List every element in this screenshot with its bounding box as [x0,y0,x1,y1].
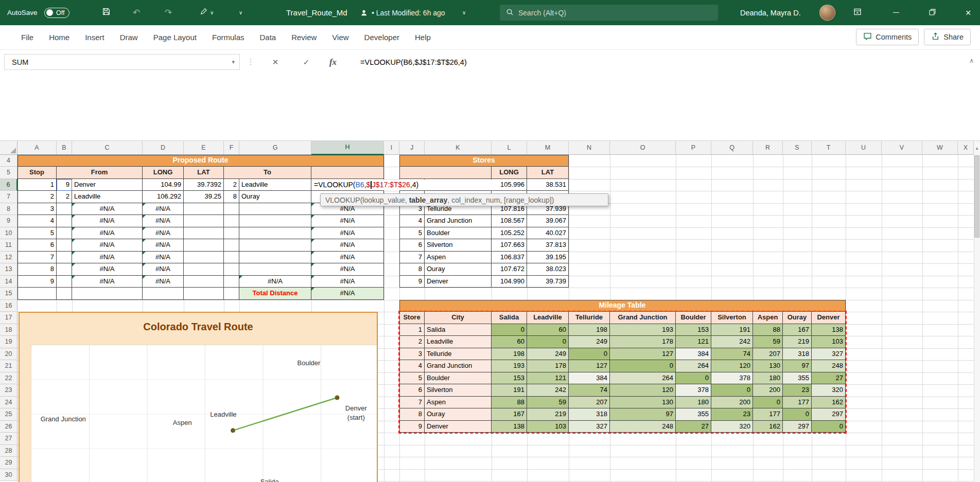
row-header-27[interactable]: 27 [0,433,18,445]
cell-R20[interactable]: 207 [753,348,783,361]
cell-N17[interactable]: Telluride [569,312,610,324]
cell-D6[interactable]: 104.99 [143,179,184,191]
col-header-V[interactable]: V [882,141,922,155]
tab-home[interactable]: Home [41,25,77,49]
row-header-25[interactable]: 25 [0,408,18,421]
row-header-26[interactable]: 26 [0,421,18,433]
cell-S25[interactable]: 0 [783,408,812,421]
cell-H11[interactable]: #N/A [311,239,384,252]
cell-M22[interactable]: 121 [527,372,569,385]
cell-N19[interactable]: 249 [569,336,610,348]
cell-F7[interactable]: 8 [224,191,239,203]
cell-G9[interactable] [239,215,311,227]
row-header-30[interactable]: 30 [0,469,18,481]
scroll-up-icon[interactable]: ▴ [974,141,980,154]
col-header-F[interactable]: F [224,141,239,155]
cell-A6[interactable]: 1 [18,179,57,191]
insert-function-button[interactable]: fx [324,54,342,70]
restore-button[interactable] [920,0,944,25]
cell-F6[interactable]: 2 [224,179,239,191]
cell-L13[interactable]: 107.672 [492,263,527,276]
cell-K20[interactable]: Telluride [425,348,492,361]
cell-D15[interactable] [143,288,184,300]
cell-T17[interactable]: Denver [812,312,846,324]
col-header-N[interactable]: N [569,141,610,155]
col-header-P[interactable]: P [676,141,711,155]
name-box[interactable]: SUM ▾ [4,54,240,70]
cell-J20[interactable]: 3 [399,348,425,361]
tab-page-layout[interactable]: Page Layout [146,25,204,49]
row-header-15[interactable]: 15 [0,288,18,300]
tab-formulas[interactable]: Formulas [204,25,252,49]
cell-C12[interactable]: #N/A [72,252,143,264]
cell-T26[interactable]: 0 [812,421,846,433]
cell-G7[interactable]: Ouray [239,191,311,203]
cell-E10[interactable] [184,227,224,240]
cell-Q18[interactable]: 191 [711,324,753,336]
cell-D10[interactable]: #N/A [143,227,184,240]
cell-G11[interactable] [239,239,311,252]
cell-F13[interactable] [224,263,239,276]
cell-J24[interactable]: 7 [399,397,425,409]
cell-L14[interactable]: 104.990 [492,276,527,288]
col-header-U[interactable]: U [846,141,882,155]
cell-C14[interactable]: #N/A [72,276,143,288]
cell-J26[interactable]: 9 [399,421,425,433]
cell-P22[interactable]: 0 [676,372,711,385]
cell-H9[interactable]: #N/A [311,215,384,227]
cell-M6[interactable]: 38.531 [527,179,569,191]
cell-L25[interactable]: 167 [492,408,527,421]
cell-E11[interactable] [184,239,224,252]
cell-J21[interactable]: 4 [399,360,425,372]
cell-N22[interactable]: 384 [569,372,610,385]
cell-K26[interactable]: Denver [425,421,492,433]
cell-D11[interactable]: #N/A [143,239,184,252]
cell-P18[interactable]: 153 [676,324,711,336]
cell-H10[interactable]: #N/A [311,227,384,240]
cell-Q22[interactable]: 378 [711,372,753,385]
cell-N25[interactable]: 318 [569,408,610,421]
cell-L21[interactable]: 193 [492,360,527,372]
cell-T19[interactable]: 103 [812,336,846,348]
cell-J14[interactable]: 9 [399,276,425,288]
cell-J25[interactable]: 8 [399,408,425,421]
cell-M23[interactable]: 242 [527,384,569,397]
tab-draw[interactable]: Draw [112,25,146,49]
row-header-6[interactable]: 6 [0,179,18,191]
col-header-O[interactable]: O [610,141,676,155]
cell-P25[interactable]: 355 [676,408,711,421]
cell-L11[interactable]: 107.663 [492,239,527,252]
cell-L24[interactable]: 88 [492,397,527,409]
cell-A11[interactable]: 6 [18,239,57,252]
cell-J19[interactable]: 2 [399,336,425,348]
cell-T22[interactable]: 27 [812,372,846,385]
cell-R25[interactable]: 177 [753,408,783,421]
cell-R18[interactable]: 88 [753,324,783,336]
cell-E14[interactable] [184,276,224,288]
cell-K13[interactable]: Ouray [425,263,492,276]
cell-R21[interactable]: 130 [753,360,783,372]
cell-S24[interactable]: 177 [783,397,812,409]
account-name[interactable]: Deanda, Mayra D. [740,0,801,25]
cell-B12[interactable] [57,252,72,264]
cell-G8[interactable] [239,203,311,216]
embedded-chart[interactable]: Colorado Travel RouteBoulderGrand Juncti… [19,312,378,482]
cell-J23[interactable]: 6 [399,384,425,397]
cell-Q17[interactable]: Silverton [711,312,753,324]
cell-T21[interactable]: 248 [812,360,846,372]
cell-K11[interactable]: Silverton [425,239,492,252]
cell-P23[interactable]: 378 [676,384,711,397]
cell-N21[interactable]: 127 [569,360,610,372]
cell-N26[interactable]: 327 [569,421,610,433]
tab-file[interactable]: File [13,25,41,49]
cell-C8[interactable]: #N/A [72,203,143,216]
row-header-29[interactable]: 29 [0,457,18,469]
cell-N20[interactable]: 0 [569,348,610,361]
cell-F12[interactable] [224,252,239,264]
row-header-24[interactable]: 24 [0,397,18,409]
tab-review[interactable]: Review [284,25,324,49]
total-distance-label[interactable]: Total Distance [239,288,311,300]
cell-A10[interactable]: 5 [18,227,57,240]
col-header-J[interactable]: J [399,141,425,155]
cell-C13[interactable]: #N/A [72,263,143,276]
